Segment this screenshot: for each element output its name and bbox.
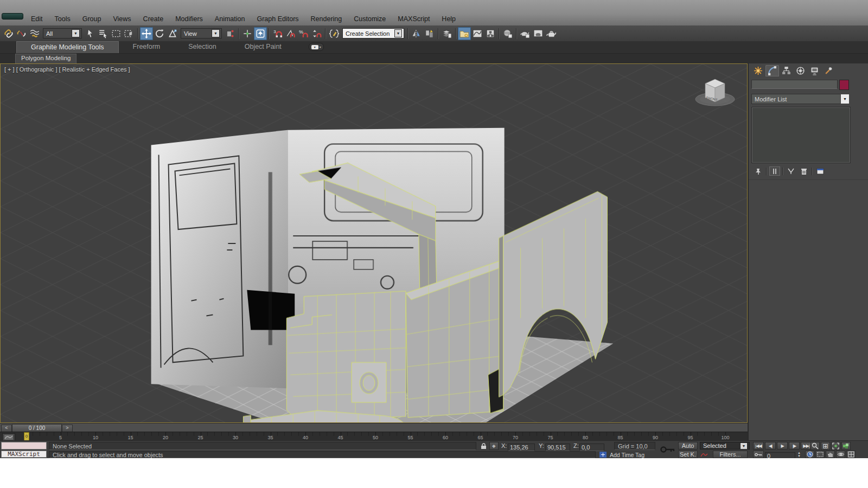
- next-frame-button[interactable]: |▶: [789, 442, 800, 450]
- set-key-filters-curve-icon[interactable]: [700, 451, 709, 458]
- select-and-move-icon[interactable]: [140, 27, 153, 40]
- render-setup-icon[interactable]: [519, 27, 532, 40]
- add-time-tag[interactable]: Add Time Tag: [610, 452, 644, 458]
- open-mini-curve-editor-button[interactable]: [2, 433, 15, 441]
- menu-item-rendering[interactable]: Rendering: [305, 14, 348, 24]
- select-object-icon[interactable]: [84, 27, 97, 40]
- menu-item-animation[interactable]: Animation: [209, 14, 251, 24]
- rectangular-selection-region-icon[interactable]: [110, 27, 123, 40]
- material-editor-icon[interactable]: [501, 27, 514, 40]
- menu-item-customize[interactable]: Customize: [348, 14, 392, 24]
- modifier-list-dropdown[interactable]: Modifier List: [751, 94, 844, 104]
- rendered-frame-window-icon[interactable]: [532, 27, 545, 40]
- x-coordinate-field[interactable]: [508, 442, 535, 450]
- make-unique-icon[interactable]: [786, 166, 796, 176]
- curve-editor-icon[interactable]: [471, 27, 484, 40]
- modifier-list-arrow-button[interactable]: ▼: [840, 94, 850, 104]
- viewport-shading-menu[interactable]: [ Realistic + Edged Faces ]: [59, 66, 130, 73]
- named-selection-sets-icon[interactable]: [328, 27, 341, 40]
- window-crossing-toggle-icon[interactable]: [123, 27, 136, 40]
- key-filter-dropdown[interactable]: Selected ▼: [700, 442, 750, 450]
- zoom-extents-all-icon[interactable]: [841, 442, 851, 450]
- display-tab[interactable]: [808, 65, 821, 76]
- time-slider-next-button[interactable]: >: [62, 425, 73, 432]
- set-key-button[interactable]: Set K.: [678, 451, 698, 458]
- mirror-icon[interactable]: [410, 27, 423, 40]
- auto-key-key-icon[interactable]: [660, 443, 676, 456]
- time-tag-icon[interactable]: [599, 451, 607, 458]
- track-bar[interactable]: 0 51015202530354045505560657075808590951…: [0, 432, 748, 440]
- play-button[interactable]: ▶: [777, 442, 788, 450]
- motion-tab[interactable]: [794, 65, 807, 76]
- maximize-viewport-icon[interactable]: [846, 451, 856, 458]
- dropdown-arrow-icon[interactable]: ▼: [72, 29, 80, 37]
- pin-stack-icon[interactable]: [753, 166, 764, 176]
- select-and-scale-icon[interactable]: [166, 27, 179, 40]
- show-end-result-icon[interactable]: [769, 166, 780, 176]
- time-slider[interactable]: < 0 / 100 >: [0, 423, 748, 432]
- menu-item-graph-editors[interactable]: Graph Editors: [251, 14, 304, 24]
- menu-item-tools[interactable]: Tools: [49, 14, 76, 24]
- select-by-name-icon[interactable]: [97, 27, 110, 40]
- current-frame-field[interactable]: [765, 451, 795, 458]
- use-pivot-point-icon[interactable]: [224, 27, 237, 40]
- z-coordinate-field[interactable]: [579, 442, 604, 450]
- percent-snap-toggle-icon[interactable]: %: [297, 27, 310, 40]
- keyboard-shortcut-override-icon[interactable]: [254, 27, 267, 40]
- menu-item-modifiers[interactable]: Modifiers: [169, 14, 209, 24]
- snaps-toggle-3d-icon[interactable]: 3: [271, 27, 284, 40]
- object-name-input[interactable]: [751, 80, 838, 89]
- selection-lock-icon[interactable]: [480, 442, 487, 450]
- dropdown-arrow-icon[interactable]: ▼: [394, 29, 402, 37]
- dropdown-arrow-icon[interactable]: ▼: [212, 29, 220, 37]
- ribbon-tab-freeform[interactable]: Freeform: [119, 41, 175, 53]
- ribbon-tab-object-paint[interactable]: Object Paint: [231, 41, 296, 53]
- zoom-icon[interactable]: [810, 442, 820, 450]
- time-slider-prev-button[interactable]: <: [1, 425, 12, 432]
- application-logo[interactable]: [2, 13, 23, 20]
- viewport-pov-menu[interactable]: [ Orthographic ]: [16, 66, 58, 73]
- layer-manager-icon[interactable]: [441, 27, 454, 40]
- angle-snap-toggle-icon[interactable]: [284, 27, 297, 40]
- ribbon-tab-graphite-modeling-tools[interactable]: Graphite Modeling Tools: [16, 41, 119, 53]
- y-coordinate-field[interactable]: [545, 442, 570, 450]
- utilities-tab[interactable]: [822, 65, 835, 76]
- render-production-icon[interactable]: [545, 27, 558, 40]
- remove-modifier-icon[interactable]: [799, 166, 809, 176]
- polygon-modeling-panel-tab[interactable]: Polygon Modeling: [15, 54, 76, 64]
- pan-hand-icon[interactable]: [826, 451, 835, 458]
- time-slider-handle[interactable]: 0 / 100: [12, 424, 62, 432]
- menu-item-create[interactable]: Create: [137, 14, 170, 24]
- bind-to-space-warp-icon[interactable]: [28, 27, 41, 40]
- menu-item-edit[interactable]: Edit: [25, 14, 49, 24]
- modifier-stack-list[interactable]: [751, 107, 851, 163]
- viewport[interactable]: [ + ] [ Orthographic ] [ Realistic + Edg…: [0, 63, 748, 423]
- auto-key-button[interactable]: Auto: [678, 442, 698, 450]
- orbit-icon[interactable]: [836, 451, 845, 458]
- unlink-selection-icon[interactable]: [15, 27, 28, 40]
- menu-item-group[interactable]: Group: [76, 14, 107, 24]
- viewcube[interactable]: FRONT: [691, 74, 739, 107]
- filters-button[interactable]: Filters...: [713, 451, 748, 458]
- previous-frame-button[interactable]: ◀|: [765, 442, 776, 450]
- reference-coordinate-dropdown[interactable]: View ▼: [181, 28, 222, 38]
- menu-item-maxscript[interactable]: MAXScript: [392, 14, 436, 24]
- go-to-end-button[interactable]: ▶▶|: [801, 442, 812, 450]
- maxscript-mini-listener[interactable]: [1, 442, 47, 450]
- create-tab[interactable]: [751, 65, 765, 76]
- zoom-all-icon[interactable]: ⊞: [821, 442, 830, 450]
- frame-spinner[interactable]: ▲▼: [796, 451, 802, 458]
- select-and-manipulate-icon[interactable]: [241, 27, 254, 40]
- modify-tab[interactable]: [765, 65, 779, 76]
- time-configuration-icon[interactable]: [805, 451, 814, 458]
- menu-item-views[interactable]: Views: [107, 14, 137, 24]
- viewport-general-menu[interactable]: [ + ]: [4, 66, 15, 73]
- ribbon-tab-selection[interactable]: Selection: [174, 41, 230, 53]
- menu-item-help[interactable]: Help: [436, 14, 462, 24]
- go-to-start-button[interactable]: |◀◀: [753, 442, 764, 450]
- spinner-snap-toggle-icon[interactable]: [310, 27, 323, 40]
- object-color-swatch[interactable]: [839, 80, 849, 90]
- toggle-ribbon-icon[interactable]: [458, 27, 471, 40]
- align-icon[interactable]: [423, 27, 436, 40]
- schematic-view-icon[interactable]: [484, 27, 497, 40]
